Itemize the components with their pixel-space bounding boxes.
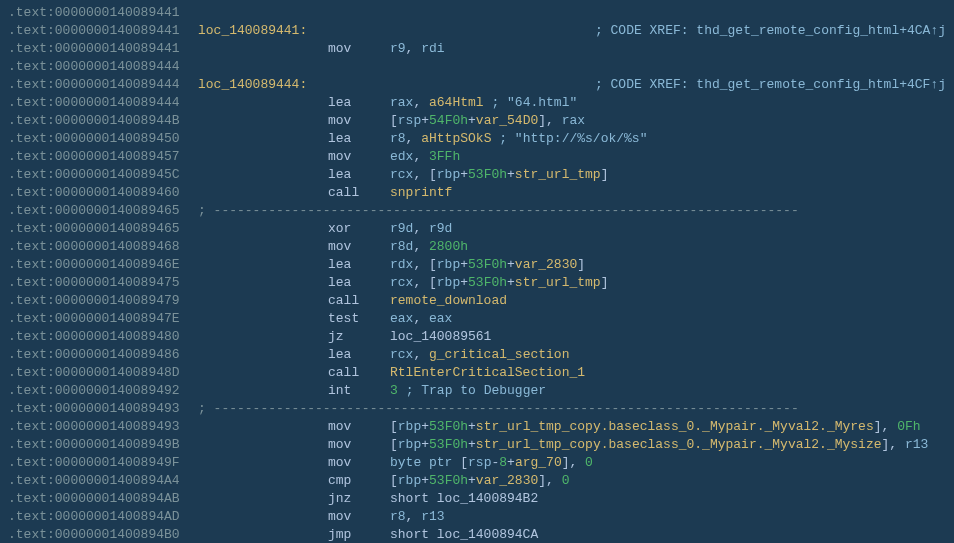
operands: rdx, [rbp+53F0h+var_2830]: [390, 256, 946, 274]
address: .text:000000014008946E: [8, 256, 198, 274]
mnemonic: test: [328, 310, 390, 328]
address: .text:000000014008947E: [8, 310, 198, 328]
mnemonic: int: [328, 382, 390, 400]
mnemonic: xor: [328, 220, 390, 238]
disasm-line[interactable]: .text:0000000140089444: [8, 58, 946, 76]
mnemonic: lea: [328, 346, 390, 364]
mnemonic: call: [328, 364, 390, 382]
mnemonic: mov: [328, 508, 390, 526]
code-xref: ; CODE XREF: thd_get_remote_config_html+…: [595, 76, 946, 94]
address: .text:000000014008949F: [8, 454, 198, 472]
operands: r9d, r9d: [390, 220, 946, 238]
address: .text:00000001400894AD: [8, 508, 198, 526]
mnemonic: lea: [328, 130, 390, 148]
operands: r9, rdi: [390, 40, 946, 58]
comment: ; "64.html": [491, 95, 577, 110]
mnemonic: jz: [328, 328, 390, 346]
disasm-line[interactable]: .text:0000000140089492 int3 ; Trap to De…: [8, 382, 946, 400]
disasm-line[interactable]: .text:000000014008945C learcx, [rbp+53F0…: [8, 166, 946, 184]
operands: edx, 3FFh: [390, 148, 946, 166]
disasm-line[interactable]: .text:0000000140089457 movedx, 3FFh: [8, 148, 946, 166]
code-label: loc_140089441:: [198, 22, 328, 40]
address: .text:000000014008945C: [8, 166, 198, 184]
address: .text:00000001400894B0: [8, 526, 198, 543]
disasm-line[interactable]: .text:00000001400894AD movr8, r13: [8, 508, 946, 526]
disasm-line[interactable]: .text:0000000140089475 learcx, [rbp+53F0…: [8, 274, 946, 292]
operands: [rbp+53F0h+str_url_tmp_copy.baseclass_0.…: [390, 418, 946, 436]
disasm-line[interactable]: .text:000000014008947E testeax, eax: [8, 310, 946, 328]
address: .text:0000000140089493: [8, 400, 198, 418]
disasm-line[interactable]: .text:0000000140089441: [8, 4, 946, 22]
mnemonic: cmp: [328, 472, 390, 490]
operands: 3 ; Trap to Debugger: [390, 382, 946, 400]
mnemonic: lea: [328, 274, 390, 292]
mnemonic: mov: [328, 238, 390, 256]
address: .text:0000000140089493: [8, 418, 198, 436]
comment: ; "http://%s/ok/%s": [499, 131, 647, 146]
address: .text:000000014008944B: [8, 112, 198, 130]
address: .text:000000014008949B: [8, 436, 198, 454]
operands: byte ptr [rsp-8+arg_70], 0: [390, 454, 946, 472]
disasm-line[interactable]: .text:000000014008944B mov[rsp+54F0h+var…: [8, 112, 946, 130]
operands: RtlEnterCriticalSection_1: [390, 364, 946, 382]
mnemonic: call: [328, 292, 390, 310]
mnemonic: mov: [328, 436, 390, 454]
address: .text:0000000140089441: [8, 40, 198, 58]
disasm-line[interactable]: .text:0000000140089465 ; ---------------…: [8, 202, 946, 220]
address: .text:0000000140089444: [8, 58, 198, 76]
mnemonic: mov: [328, 112, 390, 130]
disasm-line[interactable]: .text:00000001400894B0 jmpshort loc_1400…: [8, 526, 946, 543]
disasm-line[interactable]: .text:000000014008949B mov[rbp+53F0h+str…: [8, 436, 946, 454]
mnemonic: mov: [328, 148, 390, 166]
address: .text:0000000140089444: [8, 76, 198, 94]
disasm-line[interactable]: .text:0000000140089480 jzloc_140089561: [8, 328, 946, 346]
address: .text:0000000140089444: [8, 94, 198, 112]
operands: [rbp+53F0h+var_2830], 0: [390, 472, 946, 490]
operands: [328, 76, 461, 94]
address: .text:0000000140089468: [8, 238, 198, 256]
disasm-line[interactable]: .text:0000000140089486 learcx, g_critica…: [8, 346, 946, 364]
address: .text:0000000140089492: [8, 382, 198, 400]
disasm-line[interactable]: .text:0000000140089460 callsnprintf: [8, 184, 946, 202]
mnemonic: lea: [328, 166, 390, 184]
disasm-line[interactable]: .text:0000000140089479 callremote_downlo…: [8, 292, 946, 310]
disasm-line[interactable]: .text:000000014008949F movbyte ptr [rsp-…: [8, 454, 946, 472]
disasm-line[interactable]: .text:00000001400894AB jnzshort loc_1400…: [8, 490, 946, 508]
operands: [390, 4, 946, 22]
disasm-line[interactable]: .text:00000001400894A4 cmp[rbp+53F0h+var…: [8, 472, 946, 490]
disasm-line[interactable]: .text:0000000140089444 learax, a64Html ;…: [8, 94, 946, 112]
operands: rcx, [rbp+53F0h+str_url_tmp]: [390, 166, 946, 184]
separator: ; --------------------------------------…: [198, 202, 799, 220]
disasm-line[interactable]: .text:000000014008948D callRtlEnterCriti…: [8, 364, 946, 382]
disasm-line[interactable]: .text:0000000140089493 ; ---------------…: [8, 400, 946, 418]
operands: r8, r13: [390, 508, 946, 526]
disasm-line[interactable]: .text:0000000140089468 movr8d, 2800h: [8, 238, 946, 256]
operands: loc_140089561: [390, 328, 946, 346]
operands: r8, aHttpSOkS ; "http://%s/ok/%s": [390, 130, 946, 148]
disasm-line[interactable]: .text:0000000140089465 xorr9d, r9d: [8, 220, 946, 238]
disasm-line[interactable]: .text:0000000140089493 mov[rbp+53F0h+str…: [8, 418, 946, 436]
mnemonic: lea: [328, 256, 390, 274]
disasm-line[interactable]: .text:0000000140089450 lear8, aHttpSOkS …: [8, 130, 946, 148]
disasm-line[interactable]: .text:0000000140089444 loc_140089444:; C…: [8, 76, 946, 94]
mnemonic: call: [328, 184, 390, 202]
separator: ; --------------------------------------…: [198, 400, 799, 418]
address: .text:0000000140089441: [8, 4, 198, 22]
operands: eax, eax: [390, 310, 946, 328]
address: .text:0000000140089441: [8, 22, 198, 40]
operands: [328, 22, 461, 40]
disassembly-listing: .text:0000000140089441 .text:00000001400…: [8, 4, 946, 543]
comment: ; Trap to Debugger: [406, 383, 546, 398]
disasm-line[interactable]: .text:0000000140089441 loc_140089441:; C…: [8, 22, 946, 40]
address: .text:0000000140089480: [8, 328, 198, 346]
disasm-line[interactable]: .text:000000014008946E leardx, [rbp+53F0…: [8, 256, 946, 274]
address: .text:0000000140089465: [8, 202, 198, 220]
mnemonic: jnz: [328, 490, 390, 508]
disasm-line[interactable]: .text:0000000140089441 movr9, rdi: [8, 40, 946, 58]
operands: remote_download: [390, 292, 946, 310]
address: .text:0000000140089479: [8, 292, 198, 310]
operands: rax, a64Html ; "64.html": [390, 94, 946, 112]
mnemonic: mov: [328, 40, 390, 58]
operands: r8d, 2800h: [390, 238, 946, 256]
address: .text:0000000140089450: [8, 130, 198, 148]
